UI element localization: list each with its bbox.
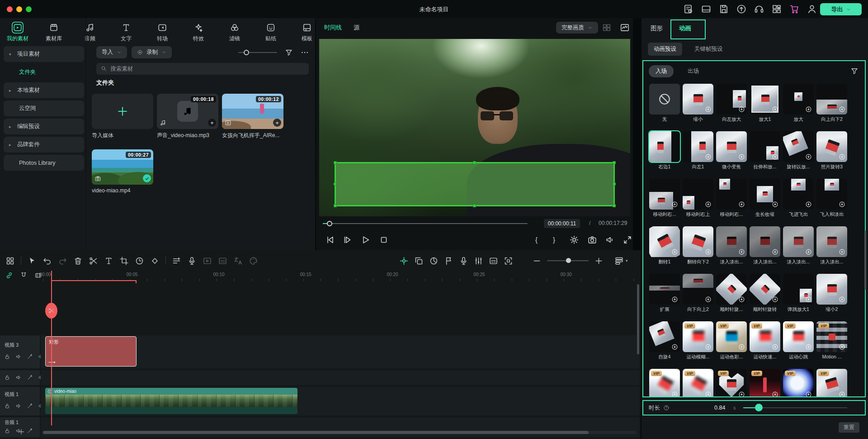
preset-tile[interactable]: 移动到右... [716,179,747,218]
shape-clip[interactable]: 矩形⟶ [45,336,137,367]
media-item-video-beach[interactable]: 00:00:27video-miao.mp4 [92,149,153,194]
previous-frame-button[interactable] [325,235,335,245]
help-icon[interactable] [663,405,670,411]
play-button[interactable] [360,235,370,245]
split-icon[interactable] [89,256,98,266]
tools-grid-icon[interactable] [5,256,15,266]
track-lock-icon[interactable] [4,353,10,360]
media-item-audio-clip[interactable]: +00:00:18声音_video-miao.mp3 [157,94,218,139]
scissors-handle[interactable] [45,303,57,319]
settings-icon[interactable] [569,235,579,245]
ai-audio-icon[interactable] [187,256,197,266]
more-options-icon[interactable] [301,48,309,57]
preset-tile[interactable]: 无 [649,84,680,123]
marker-strip-icon[interactable] [34,272,42,279]
track-lane[interactable] [41,370,639,385]
media-item-import-media[interactable]: 导入媒体 [92,94,153,139]
preset-tile[interactable]: 微小变焦 [716,131,747,170]
redo-icon[interactable] [58,256,67,266]
filter-icon[interactable] [285,48,293,57]
add-to-timeline-button[interactable]: + [273,119,281,127]
duration-slider-handle[interactable] [755,404,763,411]
horizontal-scrollbar[interactable] [43,431,637,434]
preset-filter-icon[interactable] [850,67,859,75]
preset-tile[interactable]: 右边1 [649,131,680,170]
zoom-in-icon[interactable] [594,256,604,266]
video-clip[interactable]: video-miao [45,388,297,414]
ai-translate-icon[interactable] [233,256,243,266]
ai-video-icon[interactable] [203,256,212,266]
text-to-speech-icon[interactable] [218,256,227,266]
tab-source-preview[interactable]: 源 [354,24,359,32]
subtab-animation-presets[interactable]: 动画预设 [648,43,682,56]
tab-stock[interactable]: 素材库 [41,20,67,43]
mark-in-button[interactable]: { [535,236,538,243]
ai-color-icon[interactable] [249,256,258,266]
save-icon[interactable] [718,4,729,14]
preset-tile[interactable]: 淡入淡出... [750,226,780,265]
expand-arrow-icon[interactable]: ▸ [9,143,13,147]
reset-button[interactable]: 重置 [839,422,859,433]
preset-tile[interactable]: 移动到右... [649,179,680,218]
preset-tile[interactable]: 向上向下2 [816,84,847,123]
volume-icon[interactable] [605,235,615,245]
preset-tile[interactable]: 照片旋转3 [816,131,847,170]
import-button[interactable]: 导入 [96,46,127,58]
subtab-keyframe-presets[interactable]: 关键帧预设 [689,43,729,56]
fullscreen-icon[interactable] [623,235,632,245]
preset-scrollbar[interactable] [864,231,866,290]
preset-tile[interactable]: 缩小2 [816,274,847,313]
resize-handle[interactable] [334,161,337,164]
preset-tile[interactable]: 生长收缩 [750,179,780,218]
preset-tile[interactable]: VIP [716,369,747,397]
track-speaker-icon[interactable] [15,403,22,409]
preset-tile[interactable]: 向下向上2 [683,274,713,313]
preset-tile[interactable]: 缩小 [683,84,713,123]
track-wand-icon[interactable] [27,374,33,381]
preset-tile[interactable]: VIP运动模糊... [683,321,713,360]
preset-tile[interactable]: 放大 [783,84,814,123]
expand-arrow-icon[interactable]: ▸ [9,88,13,93]
resize-handle[interactable] [613,161,616,164]
link-icon[interactable] [5,272,13,279]
preset-tile[interactable]: VIP [649,369,680,397]
preset-tile[interactable]: 顺时针旋转 [750,274,780,313]
speed-icon[interactable] [135,256,144,266]
preset-tile[interactable]: 淡入淡出... [816,226,847,265]
preset-tile[interactable]: 自旋4 [649,321,680,360]
magnet-icon[interactable] [20,272,28,279]
tab-animation[interactable]: 动画 [679,24,691,33]
preset-tile[interactable]: VIP [750,369,780,397]
track-speaker-icon[interactable] [15,353,22,360]
preview-scrubber[interactable] [323,223,528,224]
select-tool-icon[interactable] [27,256,37,266]
sidebar-item-brand-kit[interactable]: ▸品牌套件 [4,137,84,153]
account-icon[interactable] [807,4,817,14]
voiceover-icon[interactable] [459,256,468,266]
export-button[interactable]: 导出 [820,3,862,15]
snapshot-icon[interactable] [587,235,597,245]
mark-out-button[interactable]: } [553,236,555,243]
playhead[interactable] [51,271,52,425]
sidebar-item-local-media[interactable]: ▸本地素材 [4,82,84,98]
quality-selector[interactable]: 完整画质 [556,22,598,33]
track-wand-icon[interactable] [27,353,33,360]
track-lock-icon[interactable] [4,403,10,409]
track-manager-icon[interactable] [614,256,624,266]
apps-icon[interactable] [771,4,782,14]
tab-my-media[interactable]: 我的素材 [5,20,31,43]
scrubber-handle[interactable] [327,221,332,226]
sidebar-item-cloud[interactable]: 云空间 [4,100,84,116]
preset-tile[interactable]: VIP运动色彩... [716,321,747,360]
track-lane[interactable]: 矩形⟶ [41,335,639,368]
advanced-tools-icon[interactable] [172,256,181,266]
group-clips-icon[interactable] [414,256,424,266]
marker-icon[interactable] [444,256,453,266]
resize-handle[interactable] [334,182,337,186]
expand-arrow-icon[interactable]: ▸ [9,124,13,129]
auto-caption-icon[interactable] [489,256,498,266]
render-queue-icon[interactable] [683,4,694,14]
preset-tile[interactable]: 扩展 [649,274,680,313]
preset-tile[interactable]: VIP [783,369,814,397]
preset-tile[interactable]: 飞进飞出 [783,179,814,218]
